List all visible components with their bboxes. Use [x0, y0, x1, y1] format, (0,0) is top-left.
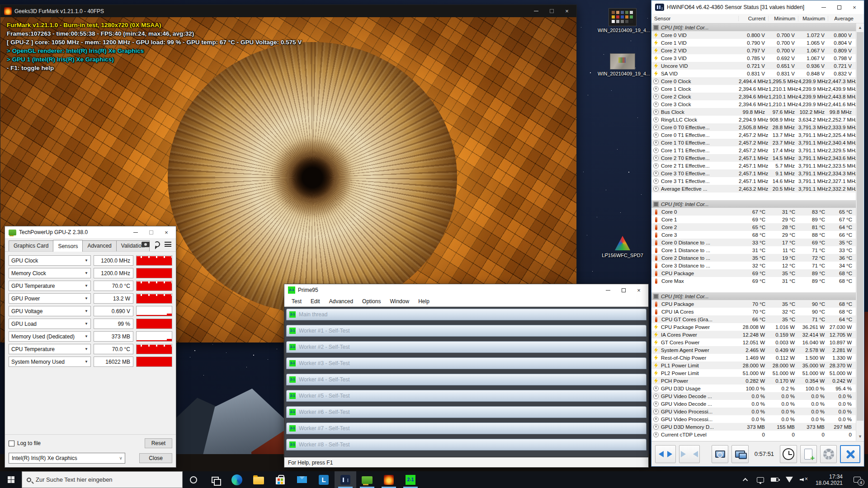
maximize-button[interactable] — [831, 2, 847, 13]
scrollbar[interactable]: ▲ ▼ — [856, 24, 863, 441]
store-button[interactable] — [269, 471, 291, 488]
device-select[interactable]: Intel(R) Iris(R) Xe Graphics ˅ — [9, 453, 125, 464]
hwinfo-sensor-row[interactable]: Core 0 VID 0.800 V 0.700 V 1.072 V 0.800… — [651, 31, 856, 39]
column-current[interactable]: Current — [739, 16, 769, 21]
menu-item[interactable]: Help — [414, 297, 434, 306]
hwinfo-sensor-row[interactable]: Core 2 Distance to ... 35 °C 19 °C 72 °C… — [651, 254, 856, 262]
maximize-button[interactable] — [143, 227, 159, 238]
close-button[interactable]: × — [159, 227, 174, 238]
hwinfo-sensor-row[interactable]: Bus Clock 99.8 MHz 97.6 MHz 102.2 MHz 99… — [651, 108, 856, 116]
hwinfo-sensor-row[interactable]: CPU [#0]: Intel Cor... — [651, 23, 856, 31]
hwinfo-sensor-row[interactable]: GPU Video Processi... 0.0 % 0.0 % 0.0 % … — [651, 415, 856, 423]
hwinfo-sensor-row[interactable]: CPU [#0]: Intel Cor... — [651, 200, 856, 208]
scrollbar-up-icon[interactable]: ▲ — [856, 24, 864, 32]
desktop-icon[interactable]: WIN_20210409_19_4... — [598, 53, 647, 76]
gpuz-titlebar[interactable]: TechPowerUp GPU-Z 2.38.0 × — [5, 226, 176, 238]
scrollbar-thumb[interactable] — [857, 32, 863, 421]
close-sensors-button[interactable] — [840, 445, 860, 463]
hwinfo-sensor-row[interactable]: Core 0 T0 Effective... 2,505.8 MHz 28.8 … — [651, 123, 856, 131]
monitor-search-button[interactable] — [712, 445, 728, 463]
hwinfo-sensor-row[interactable]: Average Effective ... 2,463.2 MHz 20.5 M… — [651, 185, 856, 192]
hwinfo-sensor-row[interactable] — [651, 192, 856, 200]
hwinfo-sensor-row[interactable]: PL1 Power Limit 28.000 W 28.000 W 35.000… — [651, 361, 856, 369]
hwinfo-titlebar[interactable]: HWiNFO64 v6.42-4360 Sensor Status [31 va… — [651, 0, 864, 14]
cortana-button[interactable] — [183, 471, 204, 488]
prime95-taskbar-button[interactable] — [400, 471, 421, 488]
column-maximum[interactable]: Maximum — [798, 16, 828, 21]
settings-gear-button[interactable] — [820, 445, 837, 463]
tray-battery-icon[interactable] — [769, 471, 781, 488]
hwinfo-sensor-row[interactable]: Uncore VID 0.721 V 0.651 V 0.936 V 0.721… — [651, 62, 856, 70]
column-minimum[interactable]: Minimum — [769, 16, 798, 21]
hwinfo-taskbar-button[interactable] — [335, 471, 356, 488]
prime95-worker-bar[interactable]: Worker #6 - Self-Test — [286, 406, 646, 418]
hwinfo-sensor-row[interactable]: CPU GT Cores (Gra... 66 °C 35 °C 71 °C 6… — [651, 315, 856, 323]
prime95-titlebar[interactable]: Prime95 × — [284, 284, 648, 296]
notification-center-button[interactable]: 4 — [848, 471, 866, 488]
start-button[interactable] — [0, 471, 22, 488]
hwinfo-sensor-row[interactable]: CPU Package 69 °C 35 °C 89 °C 68 °C — [651, 269, 856, 277]
hwinfo-sensor-row[interactable]: GPU Video Decode ... 0.0 % 0.0 % 0.0 % 0… — [651, 400, 856, 408]
hwinfo-sensor-row[interactable]: Ring/LLC Clock 2,294.9 MHz 908.9 MHz 3,6… — [651, 116, 856, 123]
hwinfo-sensor-row[interactable]: Core 3 T0 Effective... 2,457.1 MHz 9.1 M… — [651, 169, 856, 177]
hwinfo-sensor-row[interactable]: GT Cores Power 12.051 W 0.003 W 16.040 W… — [651, 338, 856, 346]
hwinfo-sensor-row[interactable]: Rest-of-Chip Power 1.469 W 0.112 W 1.500… — [651, 354, 856, 361]
hwinfo-sensor-row[interactable]: Core 0 T1 Effective... 2,457.2 MHz 13.7 … — [651, 131, 856, 139]
desktop-icon[interactable]: LP156WFC_SPD7 — [598, 235, 647, 258]
hwinfo-sensor-row[interactable]: Core 1 Clock 2,394.6 MHz 1,210.1 MHz 4,2… — [651, 85, 856, 93]
tray-chevron-up-icon[interactable] — [740, 471, 752, 488]
close-button[interactable]: × — [631, 285, 646, 296]
hwinfo-sensor-row[interactable]: PCH Power 0.282 W 0.170 W 0.354 W 0.242 … — [651, 377, 856, 385]
hwinfo-sensor-row[interactable]: Core 0 Clock 2,494.4 MHz 1,295.5 MHz 4,2… — [651, 77, 856, 85]
hwinfo-sensor-row[interactable]: Core 1 Distance to ... 31 °C 11 °C 71 °C… — [651, 246, 856, 254]
gpuz-sensor-dropdown[interactable]: Memory Used (Dedicated) ▼ — [9, 331, 91, 342]
gpuz-tab[interactable]: Sensors — [53, 240, 83, 252]
gpuz-sensor-dropdown[interactable]: GPU Clock ▼ — [9, 255, 91, 266]
tray-clock[interactable]: 17:34 18.04.2021 — [812, 474, 846, 486]
tray-volume-muted-icon[interactable] — [797, 471, 810, 488]
taskbar-search[interactable]: Zur Suche Text hier eingeben — [22, 471, 183, 488]
prime95-worker-bar[interactable]: Worker #1 - Self-Test — [286, 325, 646, 337]
hwinfo-sensor-row[interactable]: Core 0 67 °C 31 °C 83 °C 65 °C — [651, 208, 856, 216]
libreoffice-button[interactable] — [313, 471, 335, 488]
scrollbar-down-icon[interactable]: ▼ — [856, 433, 864, 441]
hwinfo-sensor-row[interactable]: Core 1 VID 0.790 V 0.700 V 1.065 V 0.804… — [651, 39, 856, 47]
minimize-button[interactable] — [600, 285, 616, 296]
close-button[interactable]: Close — [139, 453, 172, 463]
prime95-worker-bar[interactable]: Worker #2 - Self-Test — [286, 341, 646, 353]
hwinfo-sensor-row[interactable]: GPU Video Decode ... 0.0 % 0.0 % 0.0 % 0… — [651, 392, 856, 400]
gpuz-sensor-dropdown[interactable]: System Memory Used ▼ — [9, 357, 91, 367]
hwinfo-sensor-row[interactable]: Core Max 69 °C 31 °C 89 °C 68 °C — [651, 277, 856, 285]
menu-item[interactable]: Advanced — [325, 297, 358, 306]
prime95-worker-bar[interactable]: Worker #4 - Self-Test — [286, 374, 646, 385]
hwinfo-sensor-row[interactable]: Core 3 Clock 2,394.6 MHz 1,210.1 MHz 4,2… — [651, 100, 856, 108]
expand-columns-button[interactable] — [655, 445, 676, 463]
hwinfo-sensor-row[interactable]: Core 3 VID 0.785 V 0.692 V 1.067 V 0.798… — [651, 54, 856, 62]
hwinfo-sensor-row[interactable]: GPU D3D Usage 100.0 % 0.2 % 100.0 % 95.4… — [651, 385, 856, 392]
gpuz-sensor-dropdown[interactable]: CPU Temperature ▼ — [9, 344, 91, 354]
hwinfo-sensor-row[interactable]: Core 2 VID 0.797 V 0.700 V 1.067 V 0.809… — [651, 47, 856, 54]
clock-button[interactable] — [780, 445, 797, 463]
hwinfo-sensor-row[interactable]: IA Cores Power 12.248 W 0.159 W 32.414 W… — [651, 331, 856, 338]
reset-button[interactable]: Reset — [145, 438, 172, 448]
hwinfo-sensor-row[interactable]: Core 2 Clock 2,394.6 MHz 1,210.1 MHz 4,2… — [651, 93, 856, 100]
menu-item[interactable]: Options — [358, 297, 385, 306]
gpuz-tab[interactable]: Advanced — [82, 240, 116, 251]
tray-cast-icon[interactable] — [754, 471, 767, 488]
file-explorer-button[interactable] — [248, 471, 269, 488]
minimize-button[interactable] — [528, 6, 544, 17]
desktop-icon[interactable]: WIN_20210409_19_4... — [598, 8, 647, 33]
menu-item[interactable]: Test — [287, 297, 306, 306]
minimize-button[interactable] — [816, 2, 831, 13]
hwinfo-sensor-row[interactable]: Core 2 T1 Effective... 2,457.1 MHz 5.7 M… — [651, 162, 856, 169]
gpuz-sensor-dropdown[interactable]: GPU Load ▼ — [9, 319, 91, 329]
furmark-titlebar[interactable]: Geeks3D FurMark v1.21.1.0 - 40FPS × — [0, 5, 576, 17]
hwinfo-sensor-row[interactable]: Current cTDP Level 0 0 0 0 — [651, 431, 856, 438]
hwinfo-sensor-row[interactable]: Core 1 T1 Effective... 2,457.2 MHz 17.4 … — [651, 146, 856, 154]
prime95-worker-bar[interactable]: Main thread — [286, 309, 646, 320]
gpuz-sensor-dropdown[interactable]: Memory Clock ▼ — [9, 268, 91, 278]
task-view-button[interactable] — [204, 471, 226, 488]
hwinfo-sensor-row[interactable]: GPU D3D Memory D... 373 MB 155 MB 373 MB… — [651, 423, 856, 431]
hwinfo-sensor-row[interactable]: Core 3 68 °C 29 °C 88 °C 66 °C — [651, 231, 856, 239]
hwinfo-sensor-row[interactable] — [651, 285, 856, 292]
